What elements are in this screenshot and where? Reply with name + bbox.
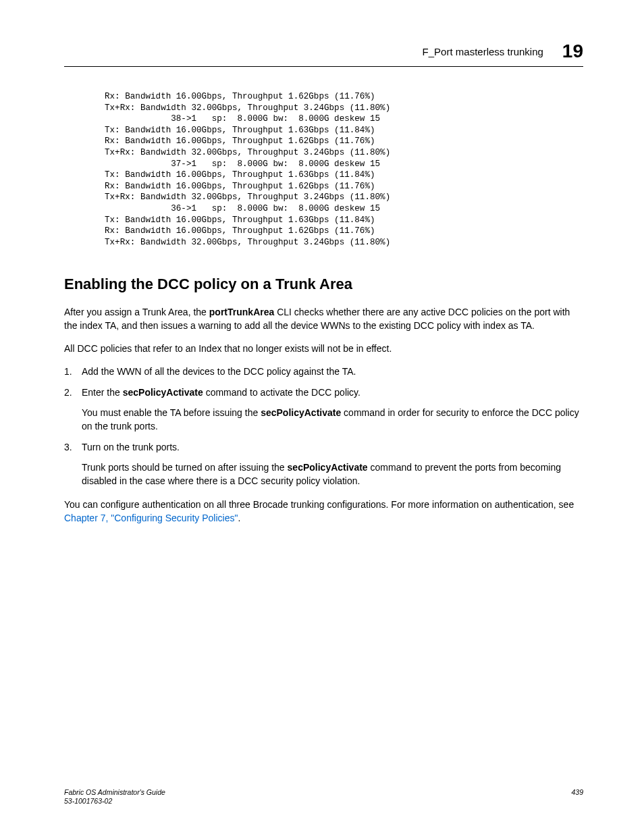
doc-id: 53-1001763-02: [64, 797, 165, 806]
text: Turn on the trunk ports.: [82, 442, 180, 452]
paragraph-3: You can configure authentication on all …: [64, 498, 583, 525]
list-body: Turn on the trunk ports. Trunk ports sho…: [82, 440, 583, 488]
cmd-secpolicyactivate: secPolicyActivate: [288, 462, 368, 473]
list-body: Add the WWN of all the devices to the DC…: [82, 365, 583, 378]
list-item: 1. Add the WWN of all the devices to the…: [64, 365, 583, 378]
cmd-secpolicyactivate: secPolicyActivate: [123, 387, 203, 398]
page-footer: Fabric OS Administrator's Guide 53-10017…: [64, 788, 583, 806]
list-num: 3.: [64, 440, 82, 488]
text: You can configure authentication on all …: [64, 499, 574, 510]
list-body: Enter the secPolicyActivate command to a…: [82, 386, 583, 434]
text: After you assign a Trunk Area, the: [64, 307, 209, 317]
footer-left: Fabric OS Administrator's Guide 53-10017…: [64, 788, 165, 806]
ordered-list: 1. Add the WWN of all the devices to the…: [64, 365, 583, 488]
text: .: [238, 513, 240, 523]
page-header: F_Port masterless trunking 19: [64, 41, 583, 67]
page-number: 439: [571, 788, 583, 796]
section-heading: Enabling the DCC policy on a Trunk Area: [64, 276, 583, 293]
text: Enter the: [82, 387, 123, 398]
list-item: 2. Enter the secPolicyActivate command t…: [64, 386, 583, 434]
cmd-porttrunkarea: portTrunkArea: [209, 307, 274, 317]
list-item: 3. Turn on the trunk ports. Trunk ports …: [64, 440, 583, 488]
paragraph-2: All DCC policies that refer to an Index …: [64, 342, 583, 355]
cmd-secpolicyactivate: secPolicyActivate: [261, 407, 341, 418]
chapter-number: 19: [562, 41, 583, 62]
list-subtext: You must enable the TA before issuing th…: [82, 406, 583, 434]
list-subtext: Trunk ports should be turned on after is…: [82, 461, 583, 488]
list-num: 2.: [64, 386, 82, 434]
doc-title: Fabric OS Administrator's Guide: [64, 788, 165, 797]
list-num: 1.: [64, 365, 82, 378]
code-block: Rx: Bandwidth 16.00Gbps, Throughput 1.62…: [105, 91, 583, 249]
header-title: F_Port masterless trunking: [423, 46, 543, 57]
text: Trunk ports should be turned on after is…: [82, 462, 288, 473]
paragraph-1: After you assign a Trunk Area, the portT…: [64, 305, 583, 333]
text: You must enable the TA before issuing th…: [82, 407, 261, 418]
link-chapter7[interactable]: Chapter 7, "Configuring Security Policie…: [64, 513, 238, 523]
text: command to activate the DCC policy.: [203, 387, 360, 398]
